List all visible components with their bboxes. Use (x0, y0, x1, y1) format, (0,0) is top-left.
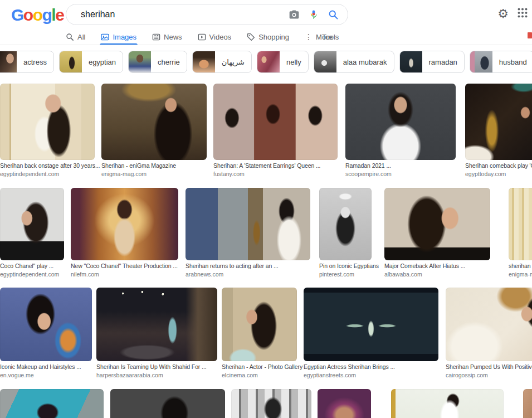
result-domain[interactable]: egyptianstreets.com (304, 372, 438, 378)
image-result[interactable] (318, 389, 371, 418)
image-result[interactable] (523, 389, 532, 418)
result-title[interactable]: sherihan - (509, 263, 532, 269)
result-thumbnail[interactable] (96, 288, 217, 361)
result-title[interactable]: Coco Chanel" play ... (0, 263, 64, 269)
result-thumbnail[interactable] (0, 188, 64, 260)
result-thumbnail[interactable] (319, 188, 372, 260)
result-thumbnail[interactable] (304, 288, 438, 361)
result-domain[interactable]: elcinema.com (222, 372, 297, 378)
result-domain[interactable]: nilefm.com (71, 271, 178, 278)
result-domain[interactable]: arabnews.com (186, 271, 310, 278)
result-title[interactable]: Sherihan back onstage after 30 years... (0, 162, 95, 169)
image-result[interactable]: sherihan -enigma-ma (509, 188, 532, 278)
image-result[interactable]: Sherihan: A 'Statement Earrings' Queen .… (213, 84, 338, 177)
google-logo[interactable]: Google (11, 6, 64, 25)
search-icon[interactable] (328, 9, 339, 20)
result-thumbnail[interactable] (71, 188, 178, 260)
result-title[interactable]: New "Coco Chanel" Theater Production ... (71, 263, 178, 269)
result-domain[interactable]: en.vogue.me (0, 372, 92, 378)
result-thumbnail[interactable] (213, 84, 338, 160)
result-thumbnail[interactable] (101, 84, 207, 160)
image-result[interactable]: Sherihan - Actor - Photo Galleryelcinema… (222, 288, 297, 378)
image-result[interactable]: Sherihan - eniGma Magazineenigma-mag.com (101, 84, 207, 177)
image-result[interactable]: Pin on Iconic Egyptianspinterest.com (319, 188, 372, 278)
result-thumbnail[interactable] (0, 389, 104, 418)
result-thumbnail[interactable] (509, 188, 532, 260)
image-result[interactable] (0, 389, 104, 418)
result-domain[interactable]: scoopempire.com (345, 171, 456, 177)
result-thumbnail[interactable] (523, 389, 532, 418)
result-thumbnail[interactable] (318, 389, 371, 418)
result-domain[interactable]: albawaba.com (384, 271, 490, 278)
image-result[interactable]: Ramadan 2021 ...scoopempire.com (345, 84, 456, 177)
gear-icon[interactable]: ⚙ (497, 8, 509, 20)
result-thumbnail[interactable] (222, 288, 297, 361)
chip-alaa-mubarak[interactable]: alaa mubarak (314, 51, 394, 73)
image-result[interactable] (231, 389, 311, 418)
mic-icon[interactable] (309, 9, 319, 20)
tab-videos[interactable]: Videos (198, 29, 232, 45)
camera-icon[interactable] (289, 9, 300, 20)
result-thumbnail[interactable] (391, 389, 504, 418)
apps-grid-icon[interactable] (518, 8, 528, 20)
image-result[interactable]: Iconic Makeup and Hairstyles ...en.vogue… (0, 288, 92, 378)
result-domain[interactable]: cairogossip.com (446, 372, 532, 378)
chip-sherihan-arabic[interactable]: شريهان (192, 51, 252, 73)
result-title[interactable]: Sherihan - eniGma Magazine (101, 162, 207, 169)
result-title[interactable]: Sherihan Is Teaming Up With Shahid For .… (96, 363, 217, 370)
result-title[interactable]: Sherihan: A 'Statement Earrings' Queen .… (213, 162, 338, 169)
result-title[interactable]: Ramadan 2021 ... (345, 162, 456, 169)
result-domain[interactable]: egyptindependent.com (0, 271, 64, 278)
chip-egyptian[interactable]: egyptian (59, 51, 123, 73)
result-domain[interactable]: enigma-ma (509, 271, 532, 278)
result-domain[interactable]: egyptindependent.com (0, 171, 95, 177)
chip-husband[interactable]: husband (470, 51, 532, 73)
result-title[interactable]: Sherihan comeback play 'Coc (465, 162, 532, 169)
image-result[interactable] (391, 389, 504, 418)
result-title[interactable]: Sherihan returns to acting after an ... (186, 263, 310, 269)
image-result[interactable]: New "Coco Chanel" Theater Production ...… (71, 188, 178, 278)
result-thumbnail[interactable] (465, 84, 532, 160)
chip-label: alaa mubarak (336, 58, 394, 66)
tab-images[interactable]: Images (101, 29, 136, 45)
search-input[interactable] (80, 9, 289, 20)
image-result[interactable]: Sherihan returns to acting after an ...a… (186, 188, 310, 278)
image-result[interactable]: Major Comeback After Hiatus ...albawaba.… (384, 188, 490, 278)
result-title[interactable]: Major Comeback After Hiatus ... (384, 263, 490, 269)
tab-all[interactable]: All (66, 29, 85, 45)
result-thumbnail[interactable] (231, 389, 311, 418)
result-title[interactable]: Iconic Makeup and Hairstyles ... (0, 363, 92, 370)
result-title[interactable]: Sherihan Pumped Us With Positive En (446, 363, 532, 370)
result-thumbnail[interactable] (186, 188, 310, 260)
result-domain[interactable]: harpersbazaararabia.com (96, 372, 217, 378)
image-result[interactable]: Sherihan comeback play 'Cocegypttoday.co… (465, 84, 532, 177)
image-result[interactable]: Sherihan Pumped Us With Positive Encairo… (446, 288, 532, 378)
result-thumbnail[interactable] (345, 84, 456, 160)
image-result[interactable] (110, 389, 225, 418)
result-domain[interactable]: enigma-mag.com (101, 171, 207, 177)
result-thumbnail[interactable] (0, 288, 92, 361)
result-domain[interactable]: egypttoday.com (465, 171, 532, 177)
tab-news[interactable]: News (152, 29, 182, 45)
result-title[interactable]: Sherihan - Actor - Photo Gallery (222, 363, 297, 370)
result-thumbnail[interactable] (0, 84, 95, 160)
result-thumbnail[interactable] (446, 288, 532, 361)
tab-shopping[interactable]: Shopping (247, 29, 289, 45)
result-title[interactable]: Egyptian Actress Sherihan Brings ... (304, 363, 438, 370)
chip-ramadan[interactable]: ramadan (399, 51, 465, 73)
chip-actress[interactable]: actress (0, 51, 54, 73)
chip-nelly[interactable]: nelly (257, 51, 309, 73)
image-result[interactable]: Sherihan Is Teaming Up With Shahid For .… (96, 288, 217, 378)
search-box[interactable] (66, 4, 348, 25)
image-result[interactable]: Sherihan back onstage after 30 years...e… (0, 84, 95, 177)
image-result[interactable]: Egyptian Actress Sherihan Brings ...egyp… (304, 288, 438, 378)
result-thumbnail[interactable] (384, 188, 490, 260)
result-thumbnail[interactable] (110, 389, 225, 418)
result-title[interactable]: Pin on Iconic Egyptians (319, 263, 372, 269)
tools-button[interactable]: Tools (322, 33, 339, 41)
chip-cherrie[interactable]: cherrie (128, 51, 187, 73)
image-result[interactable]: Coco Chanel" play ...egyptindependent.co… (0, 188, 64, 278)
result-domain[interactable]: pinterest.com (319, 271, 372, 278)
clipped-edge-element (528, 32, 532, 38)
result-domain[interactable]: fustany.com (213, 171, 338, 177)
